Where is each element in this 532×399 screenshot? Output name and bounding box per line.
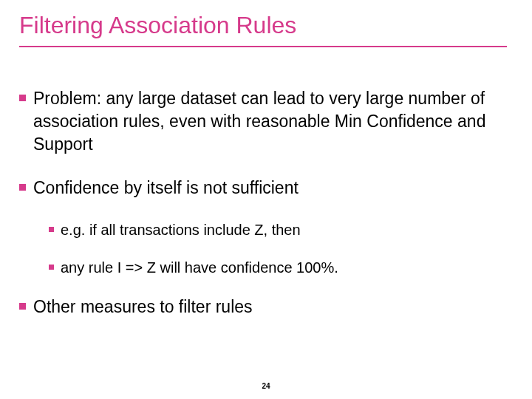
sub-bullet-text: e.g. if all transactions include Z, then — [61, 220, 301, 240]
bullet-square-icon — [19, 303, 26, 310]
sub-bullet-item: e.g. if all transactions include Z, then — [49, 220, 507, 240]
bullet-item: Other measures to filter rules — [19, 296, 507, 318]
bullet-square-icon — [49, 265, 54, 270]
bullet-text: Other measures to filter rules — [33, 296, 253, 318]
slide-title: Filtering Association Rules — [19, 12, 296, 39]
sub-bullet-text: any rule I => Z will have confidence 100… — [61, 258, 338, 278]
bullet-text: Problem: any large dataset can lead to v… — [33, 87, 507, 156]
title-underline — [19, 46, 507, 47]
bullet-item: Confidence by itself is not sufficient — [19, 177, 507, 200]
bullet-square-icon — [19, 95, 26, 101]
sub-bullet-item: any rule I => Z will have confidence 100… — [49, 258, 507, 278]
slide: Filtering Association Rules Problem: any… — [0, 0, 532, 399]
page-number: 24 — [0, 382, 532, 390]
bullet-square-icon — [49, 227, 54, 232]
bullet-item: Problem: any large dataset can lead to v… — [19, 87, 507, 156]
bullet-text: Confidence by itself is not sufficient — [33, 177, 299, 200]
bullet-square-icon — [19, 184, 26, 191]
slide-content: Problem: any large dataset can lead to v… — [19, 87, 507, 339]
